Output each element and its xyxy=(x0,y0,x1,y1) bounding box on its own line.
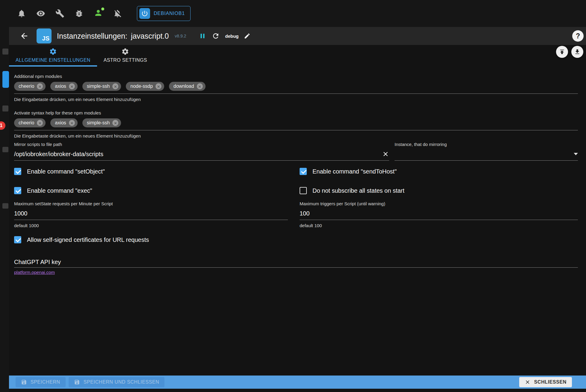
clear-input-button[interactable] xyxy=(382,150,389,158)
chip-delete-icon[interactable] xyxy=(69,120,75,126)
checkbox-allow-self-signed[interactable]: Allow self-signed certificates for URL r… xyxy=(14,236,578,243)
field-label: Mirror scripts to file path xyxy=(14,142,389,147)
host-selector-button[interactable]: DEBIANIOB1 xyxy=(137,6,191,21)
syntax-help-field: Activate syntax help for these npm modul… xyxy=(14,110,578,139)
restart-instance-button[interactable] xyxy=(212,32,220,40)
field-label: Maximum triggers per Script (until warni… xyxy=(300,201,578,206)
mirror-instance-field: Instance, that do mirroring xyxy=(395,142,578,161)
field-hint: default 1000 xyxy=(14,223,288,228)
max-setstate-input[interactable]: 1000 xyxy=(14,208,288,220)
chip-simple-ssh[interactable]: simple-ssh xyxy=(82,82,121,91)
dialog-footer: SPEICHERN SPEICHERN UND SCHLIESSEN SCHLI… xyxy=(9,376,586,389)
background-fragment xyxy=(2,105,8,111)
host-status-indicator[interactable] xyxy=(94,8,103,19)
chip-delete-icon[interactable] xyxy=(112,83,118,89)
header-controls: debug xyxy=(199,32,250,40)
refresh-icon xyxy=(212,32,220,40)
mirror-row: Mirror scripts to file path /opt/iobroke… xyxy=(14,142,578,161)
chip-delete-icon[interactable] xyxy=(197,83,203,89)
mirror-path-input[interactable]: /opt/iobroker/iobroker-data/scripts xyxy=(14,148,389,161)
edit-log-level-button[interactable] xyxy=(244,33,250,39)
log-badge: 1 xyxy=(0,121,5,130)
help-button[interactable]: ? xyxy=(572,30,584,42)
pause-instance-button[interactable] xyxy=(199,32,206,40)
instance-settings-dialog: JS Instanzeinstellungen: javascript.0 v8… xyxy=(9,27,586,392)
openai-platform-link[interactable]: platform.openai.com xyxy=(14,270,55,275)
max-setstate-field: Maximum setState requests per Minute per… xyxy=(14,201,288,228)
adapter-version: v8.9.2 xyxy=(175,34,186,38)
dialog-header: JS Instanzeinstellungen: javascript.0 v8… xyxy=(9,27,586,45)
save-icon xyxy=(21,379,27,385)
chip-delete-icon[interactable] xyxy=(37,83,43,89)
chip-delete-icon[interactable] xyxy=(37,120,43,126)
log-level-label: debug xyxy=(225,34,238,39)
pencil-icon xyxy=(244,33,250,39)
host-name: DEBIANIOB1 xyxy=(154,11,185,16)
chip-delete-icon[interactable] xyxy=(69,83,75,89)
screen: DEBIANIOB1 1 JS Instanzeinstellungen: ja… xyxy=(0,0,586,392)
chevron-down-icon xyxy=(574,153,578,155)
tab-astro-settings[interactable]: ASTRO SETTINGS xyxy=(97,45,154,67)
tab-general-settings[interactable]: ALLGEMEINE EINSTELLUNGEN xyxy=(9,45,97,67)
chip-simple-ssh[interactable]: simple-ssh xyxy=(82,118,121,127)
gear-icon xyxy=(49,48,57,55)
field-label: Maximum setState requests per Minute per… xyxy=(14,201,288,206)
field-label: Activate syntax help for these npm modul… xyxy=(14,110,578,116)
close-button[interactable]: SCHLIESSEN xyxy=(519,377,572,387)
dialog-title: Instanzeinstellungen: xyxy=(57,32,127,40)
checkbox-no-subscribe-on-start[interactable]: Do not subscribe all states on start xyxy=(300,187,578,194)
mirror-instance-select[interactable] xyxy=(395,148,578,161)
notifications-icon[interactable] xyxy=(17,9,26,18)
chip-cheerio[interactable]: cheerio xyxy=(14,118,46,127)
expert-mode-eye-icon[interactable] xyxy=(36,9,45,18)
import-settings-button[interactable] xyxy=(556,46,568,58)
checkbox[interactable] xyxy=(14,236,21,243)
instance-name: javascript.0 xyxy=(131,32,169,40)
field-label: Instance, that do mirroring xyxy=(395,142,578,147)
back-button[interactable] xyxy=(20,31,29,40)
bug-report-icon[interactable] xyxy=(75,9,84,18)
close-icon xyxy=(525,379,531,385)
settings-tabs: ALLGEMEINE EINSTELLUNGEN ASTRO SETTINGS xyxy=(9,45,586,67)
pause-icon xyxy=(199,32,206,40)
chip-download[interactable]: download xyxy=(169,82,206,91)
sidebar-active-item-fragment xyxy=(2,71,9,88)
chip-delete-icon[interactable] xyxy=(112,120,118,126)
checkbox[interactable] xyxy=(300,168,307,175)
maintenance-wrench-icon[interactable] xyxy=(55,9,64,18)
chip-delete-icon[interactable] xyxy=(155,83,161,89)
export-settings-button[interactable] xyxy=(571,46,583,58)
download-icon xyxy=(574,49,581,55)
top-app-bar: DEBIANIOB1 xyxy=(0,0,586,27)
field-label: Additional npm modules xyxy=(14,74,578,79)
chatgpt-api-key-input[interactable] xyxy=(14,267,578,268)
npm-modules-input[interactable] xyxy=(14,94,578,94)
power-icon xyxy=(141,10,148,17)
tab-label: ALLGEMEINE EINSTELLUNGEN xyxy=(16,58,90,63)
checkbox-enable-setobject[interactable]: Enable command "setObject" xyxy=(14,168,288,175)
chip-cheerio[interactable]: cheerio xyxy=(14,82,46,91)
checkbox-enable-exec[interactable]: Enable command "exec" xyxy=(14,187,288,194)
save-button[interactable]: SPEICHERN xyxy=(16,377,66,387)
field-hint: Die Eingabetaste drücken, um ein neues E… xyxy=(14,133,578,139)
notifications-off-icon[interactable] xyxy=(113,9,122,18)
checkbox[interactable] xyxy=(300,187,307,194)
command-checkboxes: Enable command "setObject" Enable comman… xyxy=(14,168,578,194)
chip-axios[interactable]: axios xyxy=(50,82,77,91)
npm-modules-field: Additional npm modules cheerio axios sim… xyxy=(14,74,578,102)
field-hint: Die Eingabetaste drücken, um ein neues E… xyxy=(14,97,578,102)
chip-node-ssdp[interactable]: node-ssdp xyxy=(126,82,164,91)
save-and-close-button[interactable]: SPEICHERN UND SCHLIESSEN xyxy=(69,377,165,387)
max-triggers-input[interactable]: 100 xyxy=(300,208,578,220)
arrow-back-icon xyxy=(20,31,29,40)
mirror-path-field: Mirror scripts to file path /opt/iobroke… xyxy=(14,142,389,161)
close-icon xyxy=(382,150,389,158)
chip-axios[interactable]: axios xyxy=(50,118,77,127)
limits-row: Maximum setState requests per Minute per… xyxy=(14,201,578,228)
javascript-adapter-logo: JS xyxy=(37,28,52,43)
syntax-help-input[interactable] xyxy=(14,130,578,130)
checkbox[interactable] xyxy=(14,187,21,194)
checkbox-enable-sendtohost[interactable]: Enable command "sendToHost" xyxy=(300,168,578,175)
background-sidebar-edge: 1 xyxy=(0,27,9,392)
checkbox[interactable] xyxy=(14,168,21,175)
